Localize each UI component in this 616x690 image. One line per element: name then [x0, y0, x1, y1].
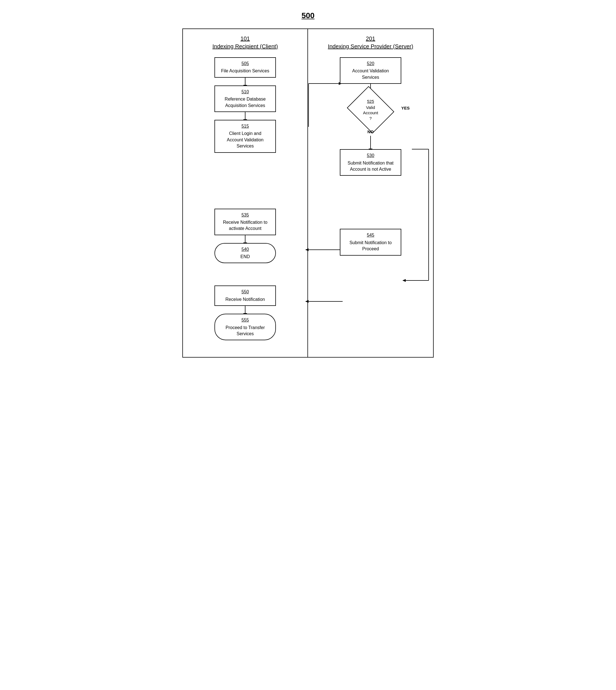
box-545: 545 Submit Notification to Proceed — [340, 229, 401, 255]
arrow-505-510 — [245, 78, 245, 85]
box-505: 505 File Acquisition Services — [215, 57, 276, 78]
no-label: NO — [368, 129, 374, 134]
box-520: 520 Account Validation Services — [340, 57, 401, 84]
box-515: 515 Client Login and Account Validation … — [215, 120, 276, 153]
left-column: 101 Indexing Recipient (Client) 505 File… — [183, 29, 308, 357]
arrow-525-530 — [370, 136, 371, 149]
arrow-510-515 — [245, 112, 245, 120]
diamond-525-container: 525 Valid Account ? YES NO — [340, 92, 401, 128]
right-column: 201 Indexing Service Provider (Server) 5… — [308, 29, 433, 357]
page-container: 500 101 — [182, 11, 434, 358]
right-entity-label: 201 Indexing Service Provider (Server) — [328, 35, 413, 50]
diagram: 101 Indexing Recipient (Client) 505 File… — [182, 28, 434, 358]
box-550: 550 Receive Notification — [215, 285, 276, 306]
arrow-550-555 — [245, 306, 245, 314]
yes-label: YES — [401, 106, 410, 110]
main-title: 500 — [302, 11, 315, 20]
box-530: 530 Submit Notification that Account is … — [340, 149, 401, 176]
arrow-535-540 — [245, 235, 245, 243]
box-535: 535 Receive Notification to activate Acc… — [215, 209, 276, 235]
diamond-525: 525 Valid Account ? — [348, 92, 393, 128]
box-555: 555 Proceed to Transfer Services — [215, 314, 276, 340]
left-entity-label: 101 Indexing Recipient (Client) — [213, 35, 278, 50]
box-510: 510 Reference Database Acquisition Servi… — [215, 85, 276, 112]
box-540: 540 END — [215, 243, 276, 263]
diamond-label: 525 Valid Account ? — [363, 99, 378, 121]
